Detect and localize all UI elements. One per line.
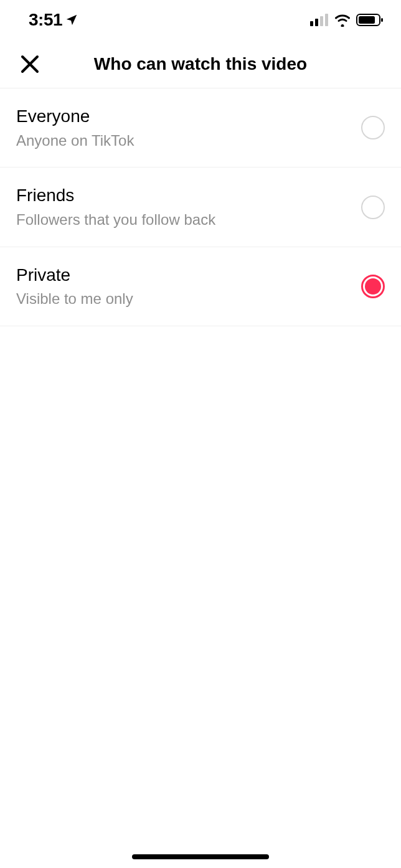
svg-rect-5: [359, 16, 375, 24]
location-arrow-icon: [65, 13, 78, 27]
option-text-group: Everyone Anyone on TikTok: [16, 106, 134, 149]
radio-indicator: [361, 116, 385, 139]
wifi-icon: [334, 13, 351, 27]
option-title: Private: [16, 265, 133, 286]
close-icon: [21, 55, 39, 73]
option-title: Everyone: [16, 106, 134, 127]
nav-header: Who can watch this video: [0, 40, 401, 88]
svg-rect-2: [320, 16, 323, 26]
option-text-group: Friends Followers that you follow back: [16, 185, 215, 229]
svg-rect-1: [315, 19, 318, 26]
svg-rect-3: [325, 14, 328, 26]
close-button[interactable]: [15, 49, 45, 79]
option-title: Friends: [16, 185, 215, 206]
svg-rect-6: [381, 18, 383, 22]
battery-icon: [356, 13, 384, 27]
option-text-group: Private Visible to me only: [16, 265, 133, 308]
option-friends[interactable]: Friends Followers that you follow back: [0, 167, 401, 247]
privacy-options-list: Everyone Anyone on TikTok Friends Follow…: [0, 88, 401, 326]
page-title: Who can watch this video: [0, 54, 401, 74]
status-bar: 3:51: [0, 0, 401, 40]
option-subtitle: Followers that you follow back: [16, 211, 215, 229]
cellular-signal-icon: [310, 14, 329, 26]
option-private[interactable]: Private Visible to me only: [0, 247, 401, 326]
radio-indicator: [361, 275, 385, 298]
home-indicator[interactable]: [132, 854, 269, 859]
option-subtitle: Anyone on TikTok: [16, 132, 134, 150]
svg-rect-0: [310, 21, 313, 26]
status-time: 3:51: [29, 10, 62, 30]
option-everyone[interactable]: Everyone Anyone on TikTok: [0, 88, 401, 167]
status-indicators: [310, 13, 384, 27]
option-subtitle: Visible to me only: [16, 290, 133, 308]
status-time-group: 3:51: [29, 10, 78, 30]
radio-indicator: [361, 196, 385, 219]
